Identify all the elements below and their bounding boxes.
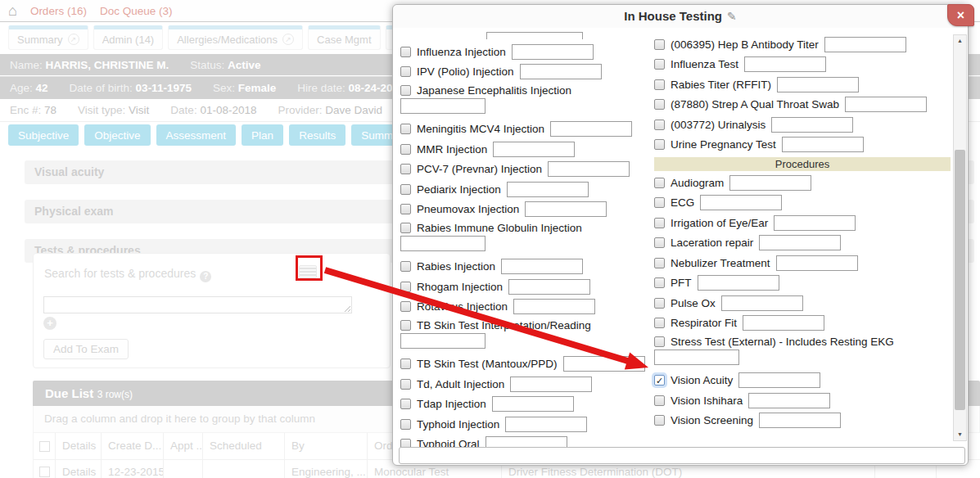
input-td-adult-injection[interactable] (510, 377, 592, 392)
input-ecg[interactable] (700, 195, 782, 210)
input-tb-skin-test-interpretation-reading[interactable] (400, 333, 485, 349)
scrollbar-thumb[interactable] (955, 150, 965, 410)
input-rotavirus-injection[interactable] (513, 299, 595, 314)
input-pneumovax-injection[interactable] (525, 201, 607, 217)
checkbox-urine-pregnancy-test[interactable] (654, 139, 665, 150)
input-rabies-immune-globulin-injection[interactable] (400, 236, 485, 251)
input-meningitis-mcv4-injection[interactable] (550, 121, 632, 137)
checkbox-tb-skin-test-mantoux-ppd[interactable] (400, 358, 411, 369)
test-item-urine-pregnancy-test: Urine Pregnancy Test (654, 135, 951, 156)
checkbox-typhoid-injection[interactable] (400, 419, 411, 430)
test-item-label: Urine Pregnancy Test (671, 138, 776, 151)
test-item-tb-skin-test-mantoux-ppd: TB Skin Test (Mantoux/PPD) (400, 354, 651, 375)
checkbox-ecg[interactable] (654, 197, 665, 208)
cutoff-input[interactable] (486, 32, 583, 39)
input-tb-skin-test-mantoux-ppd[interactable] (563, 356, 645, 372)
input-pft[interactable] (698, 275, 779, 291)
checkbox-rotavirus-injection[interactable] (400, 301, 411, 312)
input-stress-test-external-includes-resting-ekg[interactable] (654, 349, 739, 365)
checkbox-tdap-injection[interactable] (400, 399, 411, 409)
test-item-label: Vision Ishihara (671, 395, 743, 407)
checkbox-influenza-injection[interactable] (400, 47, 411, 57)
input-rabies-titer-rffit[interactable] (777, 77, 859, 92)
input-laceration-repair[interactable] (759, 235, 841, 250)
input-rhogam-injection[interactable] (508, 279, 590, 295)
input-influenza-test[interactable] (744, 56, 826, 72)
checkbox-vision-ishihara[interactable] (654, 395, 665, 406)
input-mmr-injection[interactable] (493, 142, 575, 157)
test-item-label: PFT (671, 277, 692, 289)
test-item-label: Audiogram (671, 177, 724, 189)
checkbox-respirator-fit[interactable] (654, 318, 665, 328)
checkbox-pcv-7-prevnar-injection[interactable] (400, 164, 411, 174)
input-influenza-injection[interactable] (512, 44, 594, 60)
test-item-label: IPV (Polio) Injection (417, 65, 514, 78)
input-pcv-7-prevnar-injection[interactable] (548, 161, 630, 177)
input-vision-ishihara[interactable] (748, 393, 830, 408)
checkbox-mmr-injection[interactable] (400, 144, 411, 155)
checkbox-audiogram[interactable] (654, 178, 665, 188)
test-item-label: Rhogam Injection (417, 281, 503, 293)
input-vision-screening[interactable] (759, 413, 841, 428)
input-urine-pregnancy-test[interactable] (782, 137, 864, 152)
test-item-label: Influenza Injection (417, 46, 506, 58)
test-item-irrigation-of-eye-ear: Irrigation of Eye/Ear (654, 213, 951, 233)
test-item-laceration-repair: Laceration repair (654, 233, 951, 254)
edit-pencil-icon[interactable]: ✎ (727, 10, 737, 23)
test-item-rotavirus-injection: Rotavirus Injection (400, 297, 651, 318)
test-item-vision-acuity: ✓Vision Acuity (654, 371, 951, 391)
checkbox-pulse-ox[interactable] (654, 298, 665, 309)
checkbox-ipv-polio-injection[interactable] (400, 66, 411, 77)
checkbox-nebulizer-treatment[interactable] (654, 258, 665, 268)
checkbox-vision-acuity[interactable]: ✓ (654, 375, 665, 386)
input-irrigation-of-eye-ear[interactable] (774, 215, 856, 231)
input-003772-urinalysis[interactable] (771, 117, 853, 133)
input-japanese-encephalitis-injection[interactable] (400, 98, 485, 114)
checkbox-pediarix-injection[interactable] (400, 184, 411, 195)
checkbox-laceration-repair[interactable] (654, 237, 665, 248)
test-item-label: Rabies Titer (RFFIT) (671, 79, 771, 91)
checkbox-irrigation-of-eye-ear[interactable] (654, 218, 665, 228)
test-item-label: Typhoid Injection (417, 418, 499, 431)
close-button[interactable]: × (947, 4, 974, 26)
checkbox-rhogam-injection[interactable] (400, 282, 411, 292)
input-vision-acuity[interactable] (738, 372, 820, 388)
test-item-meningitis-mcv4-injection: Meningitis MCV4 Injection (400, 120, 651, 140)
test-item-label: Meningitis MCV4 Injection (417, 123, 544, 135)
input-nebulizer-treatment[interactable] (776, 255, 858, 271)
input-pediarix-injection[interactable] (507, 182, 589, 197)
checkbox-rabies-titer-rffit[interactable] (654, 79, 665, 90)
test-item-label: TB Skin Test Interpretation/Reading (417, 319, 591, 331)
checkbox-pneumovax-injection[interactable] (400, 204, 411, 214)
checkbox-influenza-test[interactable] (654, 59, 665, 70)
dialog-titlebar[interactable]: In House Testing✎ (393, 5, 968, 28)
checkbox-rabies-immune-globulin-injection[interactable] (400, 223, 411, 233)
dialog-content: Influenza InjectionIPV (Polio) Injection… (393, 32, 968, 465)
input-rabies-injection[interactable] (501, 259, 583, 274)
input-006395-hep-b-antibody-titer[interactable] (824, 37, 906, 52)
dialog-footer-input[interactable] (399, 447, 965, 464)
test-item-label: Laceration repair (671, 237, 753, 249)
checkbox-japanese-encephalitis-injection[interactable] (400, 85, 411, 96)
input-ipv-polio-injection[interactable] (520, 64, 602, 79)
input-tdap-injection[interactable] (492, 396, 574, 412)
checkbox-vision-screening[interactable] (654, 415, 665, 426)
checkbox-006395-hep-b-antibody-titer[interactable] (654, 39, 665, 50)
checkbox-meningitis-mcv4-injection[interactable] (400, 124, 411, 134)
checkbox-pft[interactable] (654, 277, 665, 288)
scroll-up-icon[interactable]: ▲ (954, 35, 966, 47)
test-item-nebulizer-treatment: Nebulizer Treatment (654, 253, 951, 273)
input-87880-strep-a-qual-throat-swab[interactable] (845, 97, 927, 112)
checkbox-tb-skin-test-interpretation-reading[interactable] (400, 320, 411, 331)
scroll-down-icon[interactable]: ▼ (954, 429, 966, 440)
checkbox-87880-strep-a-qual-throat-swab[interactable] (654, 99, 665, 110)
input-audiogram[interactable] (729, 175, 811, 191)
input-typhoid-injection[interactable] (505, 417, 587, 432)
scrollbar[interactable]: ▲ ▼ (953, 34, 967, 441)
input-pulse-ox[interactable] (721, 295, 803, 311)
checkbox-td-adult-injection[interactable] (400, 379, 411, 390)
checkbox-003772-urinalysis[interactable] (654, 120, 665, 130)
checkbox-rabies-injection[interactable] (400, 261, 411, 272)
input-respirator-fit[interactable] (743, 315, 824, 331)
checkbox-stress-test-external-includes-resting-ekg[interactable] (654, 336, 665, 347)
